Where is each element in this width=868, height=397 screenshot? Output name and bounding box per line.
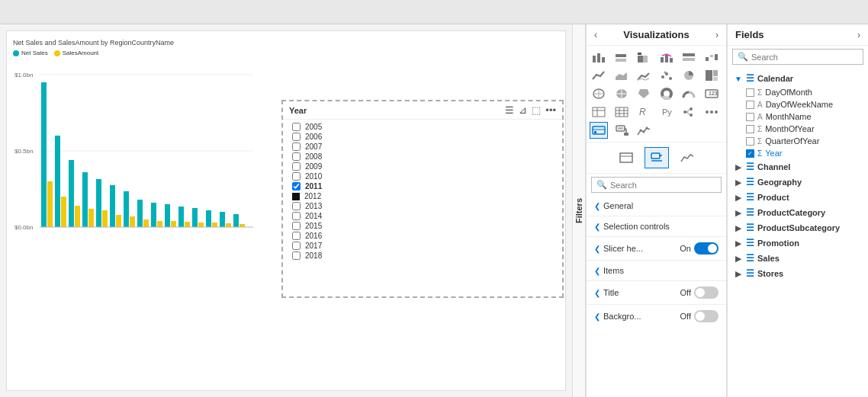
format-slicer-header-row[interactable]: ❮ Slicer he... On (587, 239, 726, 258)
slicer-item-2014[interactable]: 2014 (292, 212, 553, 220)
slicer-checkbox-2016[interactable] (292, 232, 301, 240)
slicer-checkbox-2007[interactable] (292, 142, 301, 151)
viz-icon-analytics[interactable] (635, 122, 653, 139)
fields-search-input[interactable] (751, 53, 858, 62)
field-item-dayofweekname[interactable]: A DayOfWeekName (728, 98, 868, 110)
viz-icon-shape-map[interactable] (635, 85, 653, 102)
viz-icon-decomp-tree[interactable] (680, 104, 698, 120)
viz-icon-python[interactable]: Py (657, 104, 676, 120)
viz-icon-gauge[interactable] (680, 85, 698, 102)
field-group-product-header[interactable]: ▶ ☰ Product (728, 190, 868, 205)
field-group-channel-header[interactable]: ▶ ☰ Channel (728, 159, 868, 174)
slicer-item-2011[interactable]: 2011 (292, 182, 553, 190)
viz-tab-analytics[interactable] (675, 147, 699, 168)
viz-icon-r-script[interactable]: R (635, 104, 653, 120)
field-item-year[interactable]: ✓ Σ Year (728, 147, 868, 159)
slicer-item-2008[interactable]: 2008 (292, 152, 553, 161)
fields-tree: ▼ ☰ Calendar Σ DayOfMonth A DayOfWeekNam… (728, 68, 868, 397)
viz-icon-matrix[interactable] (612, 104, 631, 120)
field-group-promotion-header[interactable]: ▶ ☰ Promotion (728, 235, 868, 251)
viz-icon-column[interactable] (612, 49, 631, 66)
format-items-row[interactable]: ❮ Items (587, 262, 726, 279)
slicer-checkbox-2018[interactable] (292, 251, 301, 260)
slicer-checkbox-2017[interactable] (292, 242, 301, 250)
field-group-productsubcategory-header[interactable]: ▶ ☰ ProductSubcategory (728, 220, 868, 235)
viz-icon-donut[interactable] (657, 85, 676, 102)
field-group-productcategory-header[interactable]: ▶ ☰ ProductCategory (728, 205, 868, 220)
slicer-checkbox-2008[interactable] (292, 152, 301, 161)
slicer-checkbox-2006[interactable] (292, 133, 301, 141)
format-background-row[interactable]: ❮ Backgro... Off (587, 306, 726, 326)
slicer-header-toggle[interactable] (694, 242, 719, 255)
field-group-stores-header[interactable]: ▶ ☰ Stores (728, 266, 868, 281)
slicer-item-2018[interactable]: 2018 (292, 251, 553, 260)
viz-icon-waterfall[interactable] (702, 49, 721, 66)
field-item-dayofmonth[interactable]: Σ DayOfMonth (728, 86, 868, 98)
checkbox-quarterofyear[interactable] (746, 137, 754, 146)
slicer-item-2012[interactable]: 2012 (292, 192, 553, 200)
slicer-item-2005[interactable]: 2005 (292, 123, 553, 131)
background-toggle[interactable] (694, 310, 719, 322)
slicer-item-2013[interactable]: 2013 (292, 202, 553, 210)
slicer-expand-icon[interactable]: ⬚ (532, 104, 541, 116)
field-group-calendar-header[interactable]: ▼ ☰ Calendar (728, 71, 868, 86)
viz-icon-stacked-bar[interactable] (635, 49, 653, 66)
viz-icon-card[interactable]: 123 (702, 85, 721, 102)
slicer-item-2010[interactable]: 2010 (292, 172, 553, 181)
field-item-quarterofyear[interactable]: Σ QuarterOfYear (728, 135, 868, 147)
checkbox-dayofmonth[interactable] (746, 88, 754, 97)
viz-icon-treemap[interactable] (702, 67, 721, 84)
viz-search-input[interactable] (610, 181, 716, 190)
viz-icon-slicer[interactable] (590, 122, 608, 139)
slicer-item-2006[interactable]: 2006 (292, 133, 553, 141)
filters-panel[interactable]: Filters (572, 24, 586, 397)
slicer-checkbox-2013[interactable] (292, 202, 301, 210)
viz-icon-more[interactable] (702, 104, 721, 120)
checkbox-dayofweekname[interactable] (746, 101, 754, 109)
svg-rect-72 (593, 107, 605, 117)
viz-icon-area[interactable] (612, 67, 631, 84)
slicer-checkbox-2005[interactable] (292, 123, 301, 131)
slicer-more-icon[interactable]: ••• (545, 104, 556, 116)
field-item-monthofyear[interactable]: Σ MonthOfYear (728, 123, 868, 135)
format-selection-row[interactable]: ❮ Selection controls (587, 218, 726, 235)
slicer-checkbox-2010[interactable] (292, 172, 301, 181)
slicer-checkbox-2015[interactable] (292, 222, 301, 230)
format-title-row[interactable]: ❮ Title Off (587, 283, 726, 303)
viz-panel-forward-arrow[interactable]: › (715, 30, 719, 40)
viz-icon-table[interactable] (590, 104, 608, 120)
slicer-item-2007[interactable]: 2007 (292, 142, 553, 151)
viz-icon-100pct-bar[interactable] (680, 49, 698, 66)
viz-icon-filled-map[interactable] (612, 85, 631, 102)
checkbox-year[interactable]: ✓ (746, 149, 754, 158)
slicer-menu-icon[interactable]: ☰ (505, 104, 514, 116)
viz-tab-fields[interactable] (614, 147, 638, 168)
slicer-filter-icon[interactable]: ⊿ (519, 104, 527, 116)
viz-panel-back-arrow[interactable]: ‹ (594, 30, 597, 40)
fields-panel-expand-icon[interactable]: › (857, 30, 860, 40)
viz-icon-scatter[interactable] (657, 67, 676, 84)
viz-icon-line[interactable] (590, 67, 608, 84)
field-group-sales-header[interactable]: ▶ ☰ Sales (728, 251, 868, 266)
viz-icon-map[interactable] (590, 85, 608, 102)
viz-icon-pie[interactable] (680, 67, 698, 84)
viz-icon-paint-roller[interactable] (612, 122, 631, 139)
viz-search-icon: 🔍 (596, 180, 607, 190)
viz-tab-format[interactable] (645, 147, 669, 168)
field-item-monthname[interactable]: A MonthName (728, 110, 868, 123)
format-general-row[interactable]: ❮ General (587, 197, 726, 214)
slicer-checkbox-2011[interactable] (292, 182, 301, 190)
viz-icon-ribbon[interactable] (635, 67, 653, 84)
slicer-item-2015[interactable]: 2015 (292, 222, 553, 230)
checkbox-monthofyear[interactable] (746, 125, 754, 133)
slicer-item-2016[interactable]: 2016 (292, 232, 553, 240)
title-toggle[interactable] (694, 287, 719, 299)
slicer-checkbox-2014[interactable] (292, 212, 301, 220)
viz-icon-line-bar[interactable] (657, 49, 676, 66)
slicer-checkbox-2009[interactable] (292, 162, 301, 171)
viz-icon-bar[interactable] (590, 49, 608, 66)
slicer-item-2017[interactable]: 2017 (292, 242, 553, 250)
field-group-geography-header[interactable]: ▶ ☰ Geography (728, 174, 868, 190)
checkbox-monthname[interactable] (746, 113, 754, 121)
slicer-item-2009[interactable]: 2009 (292, 162, 553, 171)
